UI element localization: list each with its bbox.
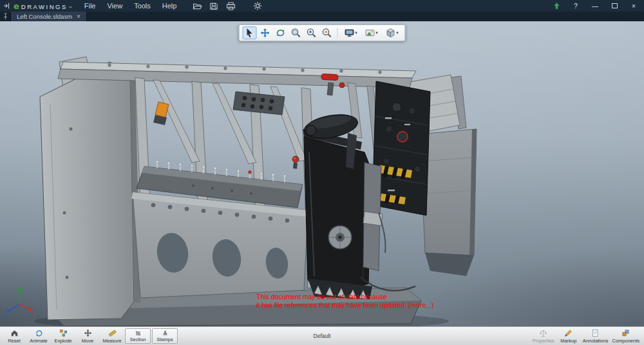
full-screen-button[interactable]: ▾ bbox=[341, 26, 361, 39]
reset-label: Reset bbox=[8, 338, 21, 344]
logo-tm: ™ bbox=[68, 6, 72, 10]
triad-z-label: z bbox=[3, 314, 5, 319]
select-tool[interactable] bbox=[243, 26, 257, 39]
tab-close-icon[interactable]: × bbox=[77, 14, 80, 20]
zoom-fit-tool[interactable] bbox=[320, 26, 334, 39]
out-of-date-warning: This document may be out-of-date because… bbox=[256, 293, 434, 310]
triad-x-label: x bbox=[32, 313, 35, 317]
rotate-tool[interactable] bbox=[274, 26, 288, 39]
properties-label: Properties bbox=[533, 338, 554, 344]
animate-button[interactable]: Animate bbox=[26, 327, 51, 345]
measure-button[interactable]: Measure bbox=[100, 327, 124, 345]
view-orientation-dropdown[interactable]: ▾ bbox=[396, 30, 399, 35]
menu-file[interactable]: File bbox=[79, 0, 102, 12]
pan-tool[interactable] bbox=[258, 26, 272, 39]
cad-model: y z x bbox=[0, 21, 644, 327]
print-button[interactable] bbox=[225, 1, 236, 11]
view-toolbar: ▾ ▾ ▾ bbox=[239, 25, 406, 41]
reset-button[interactable]: Reset bbox=[2, 327, 26, 345]
move-label: Move bbox=[82, 338, 93, 344]
move-button[interactable]: Move bbox=[75, 327, 100, 345]
tab-label: Left Console.sldasm bbox=[17, 13, 72, 20]
components-button[interactable]: Components bbox=[610, 327, 641, 345]
components-label: Components bbox=[612, 338, 639, 344]
logo-e: e bbox=[14, 1, 19, 11]
edrawings-logo: e DRAWINGS ™ bbox=[14, 1, 72, 11]
logo-text: DRAWINGS bbox=[21, 3, 68, 10]
animate-label: Animate bbox=[30, 338, 48, 344]
maximize-button[interactable] bbox=[609, 1, 620, 10]
title-bar: e DRAWINGS ™ File View Tools Help bbox=[0, 0, 644, 12]
help-button[interactable]: ? bbox=[571, 1, 581, 10]
pin-icon[interactable] bbox=[0, 12, 10, 21]
update-arrow-icon[interactable] bbox=[551, 1, 562, 10]
model-viewport[interactable]: y z x bbox=[0, 21, 644, 327]
snapshot-button[interactable]: ▾ bbox=[362, 26, 381, 39]
edrawings-window: e DRAWINGS ™ File View Tools Help bbox=[0, 0, 644, 345]
open-button[interactable] bbox=[191, 1, 203, 11]
section-button[interactable]: Section bbox=[125, 328, 151, 344]
annotations-label: Annotations bbox=[583, 338, 609, 344]
triad-y-label: y bbox=[22, 286, 24, 291]
properties-button[interactable]: Properties bbox=[531, 327, 556, 345]
snapshot-dropdown[interactable]: ▾ bbox=[375, 30, 378, 35]
section-label: Section bbox=[129, 337, 146, 342]
app-icon bbox=[2, 1, 12, 10]
zoom-tool[interactable] bbox=[305, 26, 319, 39]
measure-label: Measure bbox=[102, 338, 121, 344]
stamps-button[interactable]: Stamps bbox=[152, 328, 178, 344]
markup-button[interactable]: Markup bbox=[556, 327, 581, 345]
zoom-window-tool[interactable] bbox=[289, 26, 303, 39]
toolbar-separator bbox=[337, 28, 338, 38]
tab-left-console[interactable]: Left Console.sldasm × bbox=[10, 12, 87, 21]
menu-view[interactable]: View bbox=[101, 0, 128, 12]
settings-gear-icon[interactable] bbox=[252, 1, 263, 11]
menu-tools[interactable]: Tools bbox=[128, 0, 156, 12]
explode-label: Explode bbox=[54, 338, 71, 344]
markup-label: Markup bbox=[560, 338, 576, 344]
status-toolbar: Reset Animate Explode Move Measure Secti… bbox=[0, 326, 644, 345]
menu-help[interactable]: Help bbox=[156, 0, 183, 12]
maximize-icon bbox=[612, 3, 618, 8]
orientation-triad: y z x bbox=[3, 286, 35, 319]
close-button[interactable]: × bbox=[629, 1, 639, 10]
warning-line1: This document may be out-of-date because bbox=[256, 293, 434, 301]
more-link[interactable]: (more...) bbox=[408, 301, 434, 309]
annotations-button[interactable]: Annotations bbox=[581, 327, 611, 345]
save-button[interactable] bbox=[208, 1, 220, 11]
warning-line2: it has file references that may have bee… bbox=[256, 301, 434, 310]
full-screen-dropdown[interactable]: ▾ bbox=[355, 30, 357, 35]
explode-button[interactable]: Explode bbox=[51, 327, 75, 345]
stamps-label: Stamps bbox=[156, 337, 173, 342]
minimize-button[interactable]: — bbox=[590, 1, 600, 10]
view-orientation-button[interactable]: ▾ bbox=[383, 26, 402, 39]
document-tab-bar: Left Console.sldasm × bbox=[0, 12, 644, 21]
